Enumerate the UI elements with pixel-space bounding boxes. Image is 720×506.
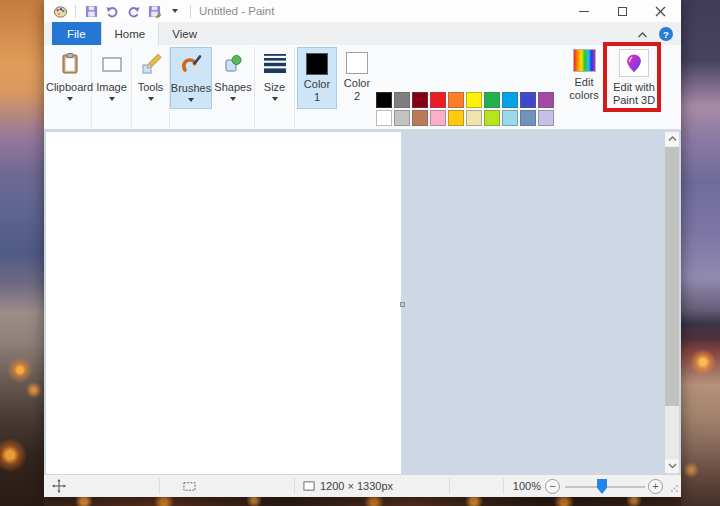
- group-label: Tools: [138, 81, 164, 93]
- palette-color[interactable]: [502, 110, 518, 126]
- close-button[interactable]: [641, 0, 679, 22]
- tab-file[interactable]: File: [52, 22, 101, 45]
- dropdown-arrow-icon: [230, 97, 236, 101]
- cursor-position-icon: [52, 475, 66, 497]
- divider: [190, 5, 191, 18]
- tab-home[interactable]: Home: [101, 22, 160, 45]
- canvas-resize-handle[interactable]: [400, 302, 405, 307]
- group-label: Clipboard: [46, 81, 93, 93]
- drawing-canvas[interactable]: [46, 132, 401, 474]
- window-controls: [565, 0, 679, 22]
- workspace: [44, 130, 681, 474]
- zoom-out-button[interactable]: −: [545, 475, 560, 497]
- palette-color[interactable]: [502, 92, 518, 108]
- window-title: Untitled - Paint: [199, 5, 274, 17]
- undo-icon[interactable]: [104, 3, 120, 19]
- dropdown-arrow-icon: [188, 98, 194, 102]
- wallpaper-left-strip: [0, 0, 44, 506]
- tools-group-button[interactable]: Tools: [132, 47, 170, 128]
- palette-color[interactable]: [376, 92, 392, 108]
- dropdown-arrow-icon: [67, 97, 73, 101]
- palette-color[interactable]: [376, 110, 392, 126]
- palette-color[interactable]: [538, 92, 554, 108]
- scrollbar-thumb[interactable]: [665, 147, 679, 406]
- close-icon: [655, 6, 666, 17]
- scroll-up-icon[interactable]: [665, 132, 679, 146]
- palette-color[interactable]: [484, 110, 500, 126]
- color2-label: Color 2: [340, 77, 374, 102]
- edit-colors-icon: [573, 49, 596, 72]
- edit-paint3d-label: Edit with Paint 3D: [610, 81, 658, 107]
- titlebar: Untitled - Paint: [44, 0, 681, 22]
- palette-color[interactable]: [412, 110, 428, 126]
- color1-label: Color 1: [300, 78, 334, 103]
- group-label: Image: [96, 81, 127, 93]
- edit-colors-button[interactable]: Edit colors: [562, 49, 606, 102]
- palette-color[interactable]: [430, 92, 446, 108]
- wallpaper-bottom-strip: [44, 496, 681, 506]
- color2-button[interactable]: Color 2: [338, 47, 376, 109]
- customize-qat-icon[interactable]: [167, 3, 183, 19]
- ribbon-tab-row: File Home View: [44, 22, 681, 45]
- canvas-size-icon: [302, 480, 317, 493]
- palette-color[interactable]: [412, 92, 428, 108]
- edit-with-paint3d-button[interactable]: Edit with Paint 3D: [610, 49, 658, 107]
- palette-row-1: [376, 92, 558, 110]
- quick-access-toolbar: [44, 3, 193, 19]
- save-icon[interactable]: [83, 3, 99, 19]
- group-label: Brushes: [171, 82, 211, 94]
- maximize-button[interactable]: [603, 0, 641, 22]
- redo-icon[interactable]: [125, 3, 141, 19]
- divider: [159, 478, 160, 494]
- resize-grip-icon[interactable]: [670, 483, 679, 495]
- color1-button[interactable]: Color 1: [297, 47, 337, 109]
- palette-color[interactable]: [484, 92, 500, 108]
- clipboard-group-button[interactable]: Clipboard: [48, 47, 92, 128]
- divider: [75, 5, 76, 18]
- brushes-icon: [179, 51, 203, 79]
- help-icon[interactable]: ?: [659, 27, 673, 41]
- minimize-button[interactable]: [565, 0, 603, 22]
- brushes-group-button[interactable]: Brushes: [170, 47, 212, 109]
- collapse-ribbon-icon[interactable]: [637, 25, 648, 43]
- shapes-icon: [221, 50, 245, 78]
- canvas-size-text: 1200 × 1330px: [320, 480, 393, 492]
- size-icon: [263, 50, 287, 78]
- palette-color[interactable]: [394, 110, 410, 126]
- ribbon: Clipboard Image: [44, 45, 681, 130]
- paint-window: Untitled - Paint File Home View ?: [44, 0, 681, 497]
- palette-color[interactable]: [448, 110, 464, 126]
- palette-color[interactable]: [448, 92, 464, 108]
- palette-row-2: [376, 110, 558, 128]
- tab-view[interactable]: View: [159, 22, 210, 45]
- palette-color[interactable]: [520, 92, 536, 108]
- palette-color[interactable]: [394, 92, 410, 108]
- zoom-in-button[interactable]: +: [648, 475, 663, 497]
- minimize-icon: [579, 11, 589, 12]
- color2-swatch: [346, 52, 368, 74]
- desktop-wallpaper: Untitled - Paint File Home View ?: [0, 0, 720, 506]
- wallpaper-right-strip: [681, 0, 720, 506]
- zoom-slider-thumb[interactable]: [597, 479, 607, 494]
- paint-app-icon: [52, 3, 68, 19]
- zoom-level-text: 100%: [509, 475, 541, 497]
- palette-color[interactable]: [466, 110, 482, 126]
- vertical-scrollbar[interactable]: [665, 132, 679, 473]
- divider: [503, 478, 504, 494]
- save-as-icon[interactable]: [146, 3, 162, 19]
- zoom-out-icon: −: [545, 479, 560, 494]
- clipboard-icon: [58, 50, 82, 78]
- paint3d-icon: [619, 49, 649, 77]
- palette-color[interactable]: [520, 110, 536, 126]
- scroll-down-icon[interactable]: [665, 459, 679, 473]
- divider: [449, 478, 450, 494]
- palette-color[interactable]: [538, 110, 554, 126]
- selection-size-icon: [182, 475, 197, 497]
- group-label: Size: [264, 81, 285, 93]
- palette-color[interactable]: [430, 110, 446, 126]
- shapes-group-button[interactable]: Shapes: [212, 47, 255, 128]
- image-icon: [100, 50, 124, 78]
- palette-color[interactable]: [466, 92, 482, 108]
- size-group-button[interactable]: Size: [255, 47, 295, 128]
- image-group-button[interactable]: Image: [92, 47, 132, 128]
